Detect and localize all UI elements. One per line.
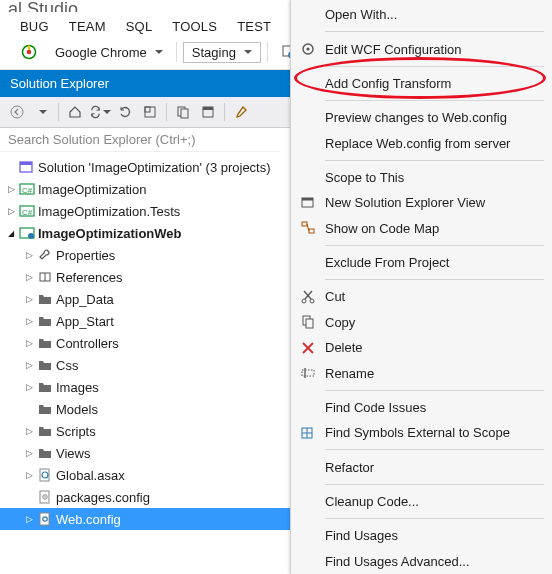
menu-exclude[interactable]: Exclude From Project [291,250,552,275]
menu-open-with[interactable]: Open With... [291,2,552,27]
folder-icon [36,445,54,461]
asax-file-icon [36,467,54,483]
project-node-web[interactable]: ImageOptimizationWeb [0,222,290,244]
expand-icon[interactable] [22,448,36,458]
svg-point-30 [306,47,309,50]
menu-add-config-transform[interactable]: Add Config Transform [291,71,552,96]
collapse-icon[interactable] [4,229,18,238]
menu-cleanup-code[interactable]: Cleanup Code... [291,489,552,514]
browser-selector[interactable]: Google Chrome [48,42,170,63]
svg-point-26 [44,496,46,498]
solution-explorer-search[interactable]: Search Solution Explorer (Ctrl+;) [0,128,280,152]
svg-rect-44 [302,370,314,376]
solution-config-selector[interactable]: Staging [183,42,261,63]
menu-separator [325,390,544,391]
webconfig-file-icon [36,511,54,527]
solution-node[interactable]: Solution 'ImageOptimization' (3 projects… [0,156,290,178]
file-node[interactable]: packages.config [0,486,290,508]
menu-label: Cut [325,289,542,304]
expand-icon[interactable] [22,294,36,304]
node-label: Properties [56,248,286,263]
folder-node[interactable]: App_Start [0,310,290,332]
menu-separator [325,160,544,161]
config-file-icon [36,489,54,505]
symbols-icon [291,425,325,441]
menu-find-usages-advanced[interactable]: Find Usages Advanced... [291,548,552,573]
project-label: ImageOptimizationWeb [38,226,286,241]
svg-point-1 [27,50,32,55]
home-button[interactable] [64,101,86,123]
menu-label: Show on Code Map [325,221,542,236]
menu-label: Find Usages Advanced... [325,554,542,569]
expand-icon[interactable] [22,514,36,524]
expand-icon[interactable] [22,470,36,480]
expand-icon[interactable] [22,382,36,392]
file-node[interactable]: Global.asax [0,464,290,486]
file-node-webconfig[interactable]: Web.config [0,508,290,530]
folder-icon [36,291,54,307]
menu-refactor[interactable]: Refactor [291,454,552,479]
svg-rect-34 [309,229,314,233]
project-node[interactable]: C# ImageOptimization.Tests [0,200,290,222]
node-label: Scripts [56,424,286,439]
back-button[interactable] [6,101,28,123]
properties-button[interactable] [230,101,252,123]
new-window-icon [291,195,325,211]
sync-active-doc-button[interactable] [89,101,111,123]
menu-scope-to-this[interactable]: Scope to This [291,165,552,190]
expand-icon[interactable] [4,184,18,194]
config-label: Staging [192,45,236,60]
folder-node[interactable]: Models [0,398,290,420]
folder-node[interactable]: Scripts [0,420,290,442]
menu-find-code-issues[interactable]: Find Code Issues [291,395,552,420]
menu-find-symbols-external[interactable]: Find Symbols External to Scope [291,420,552,445]
refresh-button[interactable] [114,101,136,123]
menu-label: Open With... [325,7,542,22]
menu-show-on-codemap[interactable]: Show on Code Map [291,216,552,241]
menu-label: Edit WCF Configuration [325,42,542,57]
properties-node[interactable]: Properties [0,244,290,266]
preview-selected-button[interactable] [197,101,219,123]
forward-button[interactable] [31,101,53,123]
menu-test[interactable]: TEST [227,16,281,37]
expand-icon[interactable] [22,426,36,436]
project-label: ImageOptimization.Tests [38,204,286,219]
expand-icon[interactable] [22,360,36,370]
project-node[interactable]: C# ImageOptimization [0,178,290,200]
folder-node[interactable]: Css [0,354,290,376]
menu-edit-wcf[interactable]: Edit WCF Configuration [291,36,552,61]
menu-team[interactable]: TEAM [59,16,116,37]
folder-node[interactable]: Controllers [0,332,290,354]
menu-tools[interactable]: TOOLS [162,16,227,37]
folder-node[interactable]: Images [0,376,290,398]
folder-icon [36,423,54,439]
folder-node[interactable]: App_Data [0,288,290,310]
svg-line-38 [305,291,312,299]
references-node[interactable]: References [0,266,290,288]
node-label: References [56,270,286,285]
collapse-all-button[interactable] [139,101,161,123]
svg-text:C#: C# [22,208,33,217]
show-all-files-button[interactable] [172,101,194,123]
expand-icon[interactable] [4,206,18,216]
menu-rename[interactable]: Rename [291,360,552,385]
menu-copy[interactable]: Copy [291,310,552,335]
menu-replace-webconfig[interactable]: Replace Web.config from server [291,130,552,155]
toolbar-separator [58,103,59,121]
menu-cut[interactable]: Cut [291,284,552,309]
solution-tree: Solution 'ImageOptimization' (3 projects… [0,152,290,574]
browser-icon[interactable] [14,41,44,63]
menu-new-se-view[interactable]: New Solution Explorer View [291,190,552,215]
menu-debug[interactable]: BUG [10,16,59,37]
svg-rect-32 [302,198,313,201]
expand-icon[interactable] [22,316,36,326]
menu-sql[interactable]: SQL [116,16,163,37]
expand-icon[interactable] [22,272,36,282]
folder-node[interactable]: Views [0,442,290,464]
menu-delete[interactable]: Delete [291,335,552,360]
menu-preview-changes[interactable]: Preview changes to Web.config [291,105,552,130]
expand-icon[interactable] [22,250,36,260]
expand-icon[interactable] [22,338,36,348]
menu-find-usages[interactable]: Find Usages [291,523,552,548]
copy-icon [291,314,325,330]
